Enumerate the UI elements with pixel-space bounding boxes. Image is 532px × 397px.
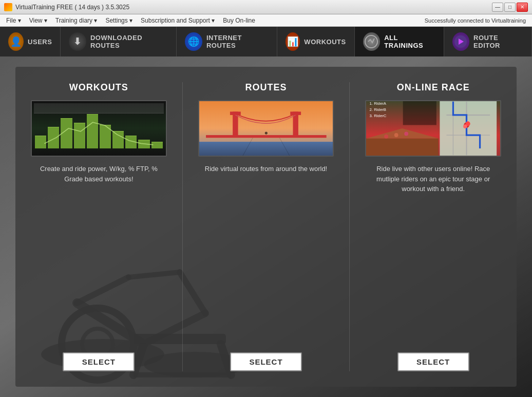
svg-text:3. RiderC: 3. RiderC [370,114,387,118]
workouts-preview-image [31,100,167,157]
nav-route-editor-label: ROUTE EDITOR [473,34,523,49]
menu-bar: File ▾ View ▾ Training diary ▾ Settings … [0,14,532,27]
routes-card: ROUTES [198,82,334,371]
nav-users-label: USERS [28,38,52,46]
menu-training-diary[interactable]: Training diary ▾ [51,16,102,25]
svg-point-39 [394,133,398,137]
all-trainings-icon [363,32,381,51]
svg-rect-28 [440,101,497,156]
workouts-chart [32,101,166,156]
svg-rect-23 [290,111,301,115]
menu-subscription[interactable]: Subscription and Support ▾ [137,16,219,25]
divider-1 [182,82,183,371]
svg-rect-18 [199,142,333,156]
workouts-description: Create and ride power, W/kg, % FTP, % Gr… [31,164,167,345]
workouts-title: WORKOUTS [69,82,128,93]
window-controls: — □ ✕ [492,3,528,12]
window-title: VirtualTraining FREE ( 14 days ) 3.5.302… [15,4,129,11]
svg-point-35 [463,124,467,128]
routes-preview-image [198,100,334,157]
internet-icon: 🌐 [185,32,202,51]
nav-workouts-label: WORKOUTS [304,38,346,46]
route-editor-icon [452,32,470,51]
downloaded-icon: ⬇ [69,32,86,51]
online-race-title: ON-LINE RACE [397,82,470,93]
main-content: WORKOUTS [0,56,532,397]
svg-rect-22 [293,111,298,137]
content-panel: WORKOUTS [15,67,517,387]
title-bar: VirtualTraining FREE ( 14 days ) 3.5.302… [0,0,532,14]
routes-scene [199,101,333,156]
svg-rect-41 [403,101,436,125]
nav-internet-routes[interactable]: 🌐 INTERNET ROUTES [177,27,277,56]
menu-view[interactable]: View ▾ [25,16,51,25]
routes-select-button[interactable]: SELECT [230,352,302,371]
workouts-icon: 📊 [286,32,300,51]
maximize-button[interactable]: □ [504,3,516,12]
nav-users[interactable]: 👤 USERS [0,27,61,56]
title-text: VirtualTraining FREE ( 14 days ) 3.5.302… [4,3,129,11]
svg-point-38 [385,135,389,139]
nav-route-editor[interactable]: ROUTE EDITOR [444,27,532,56]
online-race-card: ON-LINE RACE [365,82,501,371]
online-race-description: Ride live with other users online! Race … [365,164,501,345]
svg-rect-36 [366,139,439,156]
nav-internet-label: INTERNET ROUTES [206,34,269,49]
svg-point-26 [264,132,267,135]
nav-bar: 👤 USERS ⬇ DOWNLOADED ROUTES 🌐 INTERNET R… [0,27,532,56]
divider-2 [349,82,350,371]
routes-title: ROUTES [245,82,287,93]
svg-rect-19 [206,135,327,138]
nav-all-trainings[interactable]: ALL TRAININGS [355,27,444,56]
users-icon: 👤 [8,32,24,51]
svg-rect-21 [230,111,241,115]
nav-downloaded-routes[interactable]: ⬇ DOWNLOADED ROUTES [61,27,177,56]
svg-text:2. RiderB: 2. RiderB [370,107,387,112]
menu-settings[interactable]: Settings ▾ [101,16,137,25]
menu-file[interactable]: File ▾ [2,16,25,25]
online-race-select-button[interactable]: SELECT [397,352,469,371]
nav-workouts[interactable]: 📊 WORKOUTS [277,27,354,56]
svg-point-40 [405,132,409,136]
app-icon [4,3,12,11]
status-text: Successfully connected to Virtualtrainin… [425,17,530,24]
routes-description: Ride virtual routes from around the worl… [205,164,327,345]
menu-buy[interactable]: Buy On-line [219,16,259,25]
nav-downloaded-label: DOWNLOADED ROUTES [90,34,168,49]
svg-text:1. RiderA: 1. RiderA [370,101,387,106]
nav-all-trainings-label: ALL TRAININGS [384,34,435,49]
close-button[interactable]: ✕ [517,3,528,12]
race-scene: 1. RiderA 2. RiderB 3. RiderC [366,101,500,156]
workouts-card: WORKOUTS [31,82,167,371]
minimize-button[interactable]: — [492,3,503,12]
workouts-select-button[interactable]: SELECT [63,352,135,371]
race-preview-image: 1. RiderA 2. RiderB 3. RiderC [365,100,501,157]
svg-rect-20 [233,111,238,137]
